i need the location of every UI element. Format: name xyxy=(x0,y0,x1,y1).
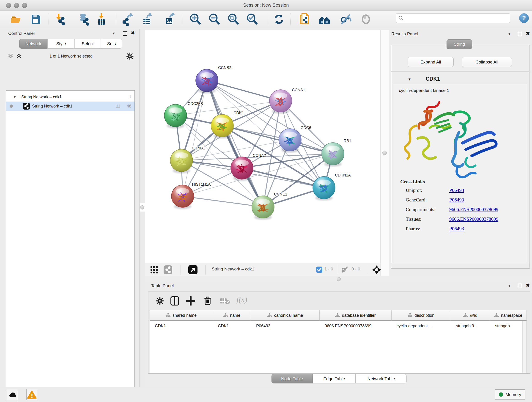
import-table-file-icon[interactable] xyxy=(95,13,108,26)
show-columns-icon[interactable] xyxy=(171,296,179,306)
tab-edge-table[interactable]: Edge Table xyxy=(313,374,355,383)
network-icon-gray[interactable] xyxy=(164,265,172,274)
network-node-RB1[interactable] xyxy=(322,143,344,167)
column-header-databaseidentifier[interactable]: database identifier xyxy=(320,310,392,321)
hidden-eye-icon[interactable] xyxy=(341,266,349,273)
hide-nodes-icon[interactable] xyxy=(340,13,352,26)
zoom-in-icon[interactable] xyxy=(189,13,202,26)
network-node-HIST1H1A[interactable] xyxy=(171,185,194,209)
save-session-icon[interactable] xyxy=(29,13,42,26)
expand-all-button[interactable]: Expand All xyxy=(408,57,454,67)
crosslink-link[interactable]: 9606.ENSP00000378699 xyxy=(449,207,498,212)
manage-apps-icon[interactable] xyxy=(298,13,311,26)
selected-checkbox-icon[interactable] xyxy=(316,267,322,273)
table-cell[interactable]: P06493 xyxy=(251,321,320,331)
cloud-button[interactable] xyxy=(7,389,18,400)
export-network-icon[interactable] xyxy=(122,13,134,26)
column-header-namespace[interactable]: namespace xyxy=(490,310,527,321)
import-network-database-icon[interactable] xyxy=(78,13,91,26)
refresh-view-icon[interactable] xyxy=(272,13,285,26)
crosslink-link[interactable]: 9606.ENSP00000378699 xyxy=(449,216,498,222)
network-node-CCNA2[interactable] xyxy=(231,157,253,181)
toolbar-divider xyxy=(268,13,268,26)
panel-float-icon[interactable] xyxy=(518,284,522,288)
gene-card-expander-icon[interactable]: ▼ xyxy=(408,77,411,81)
import-network-file-icon[interactable] xyxy=(54,13,67,26)
tab-sets[interactable]: Sets xyxy=(101,39,122,49)
network-node-CCNE1[interactable] xyxy=(252,196,274,220)
grid-view-icon[interactable] xyxy=(150,266,158,274)
table-cell[interactable]: stringdb xyxy=(490,321,527,331)
crosslink-link[interactable]: P06493 xyxy=(449,226,464,232)
vertical-scrollbar-track[interactable] xyxy=(522,321,526,373)
network-view-toolbar: String Network – cdk1 1 - 0 0 - 0 xyxy=(145,263,380,276)
left-splitter[interactable] xyxy=(139,29,145,387)
status-bar: Memory xyxy=(0,387,532,402)
table-cell[interactable]: CDK1 xyxy=(213,321,251,331)
panel-float-icon[interactable] xyxy=(123,32,127,36)
network-options-gear-icon[interactable] xyxy=(126,52,134,60)
panel-close-icon[interactable]: ✖ xyxy=(526,283,530,288)
network-node-CCNA1[interactable] xyxy=(269,89,292,114)
panel-menu-icon[interactable]: ▼ xyxy=(508,32,511,36)
network-graph[interactable]: CCNB2CCNA1CDC25BCDK1CDC6RB1CCNB1CCNA2CDK… xyxy=(145,30,380,263)
column-header-sharedname[interactable]: shared name xyxy=(150,310,213,321)
panel-close-icon[interactable]: ✖ xyxy=(131,30,135,36)
zoom-fit-icon[interactable] xyxy=(227,13,240,26)
panel-menu-icon[interactable]: ▼ xyxy=(112,32,115,35)
panel-menu-icon[interactable]: ▼ xyxy=(508,284,511,288)
panel-close-icon[interactable]: ✖ xyxy=(526,31,530,36)
delete-column-icon[interactable] xyxy=(203,296,212,306)
zoom-selected-icon[interactable] xyxy=(246,13,259,26)
network-collection-row[interactable]: ▼ String Network – cdk1 1 xyxy=(6,92,134,102)
warnings-button[interactable] xyxy=(26,389,37,400)
memory-button[interactable]: Memory xyxy=(495,389,525,400)
expand-all-networks-icon[interactable] xyxy=(16,53,22,59)
table-cell[interactable]: cyclin-dependent ... xyxy=(392,321,451,331)
crosslink-link[interactable]: P06493 xyxy=(449,197,464,203)
crosslink-link[interactable]: P06493 xyxy=(449,187,464,193)
network-row[interactable]: String Network – cdk1 11 48 xyxy=(6,102,134,111)
collapse-all-button[interactable]: Collapse All xyxy=(462,57,512,67)
table-row[interactable]: CDK1CDK1P064939606.ENSP00000378699cyclin… xyxy=(150,321,526,331)
column-header-description[interactable]: description xyxy=(392,310,451,321)
search-input[interactable] xyxy=(406,14,510,22)
tab-style[interactable]: Style xyxy=(47,39,75,49)
zoom-out-icon[interactable] xyxy=(208,13,221,26)
table-settings-gear-icon[interactable] xyxy=(156,297,164,305)
network-node-CCNB2[interactable] xyxy=(196,69,218,93)
collapse-all-networks-icon[interactable] xyxy=(7,53,14,59)
tab-network-table[interactable]: Network Table xyxy=(355,374,407,383)
tab-string[interactable]: String xyxy=(447,39,472,49)
network-node-CDC25B[interactable] xyxy=(164,104,187,128)
network-node-CCNB1[interactable] xyxy=(170,149,193,173)
tab-node-table[interactable]: Node Table xyxy=(272,374,313,383)
column-header-name[interactable]: name xyxy=(213,310,251,321)
column-header-canonicalname[interactable]: canonical name xyxy=(251,310,320,321)
delete-table-icon[interactable] xyxy=(220,298,230,305)
right-splitter[interactable] xyxy=(380,30,389,282)
table-cell[interactable]: 9606.ENSP00000378699 xyxy=(320,321,392,331)
tab-network[interactable]: Network xyxy=(19,39,47,49)
export-image-icon[interactable] xyxy=(163,13,176,26)
table-cell[interactable]: stringdb:9... xyxy=(451,321,490,331)
open-session-icon[interactable] xyxy=(10,13,23,26)
add-column-icon[interactable] xyxy=(186,296,195,306)
network-node-CDKN1A[interactable] xyxy=(313,177,335,201)
tab-select[interactable]: Select xyxy=(75,39,101,49)
column-header-id[interactable]: @id xyxy=(451,310,490,321)
column-tree-icon xyxy=(494,313,499,317)
function-builder-icon[interactable]: f(x) xyxy=(236,295,247,304)
help-button[interactable]: ? xyxy=(519,13,529,23)
network-node-CDC6[interactable] xyxy=(279,128,301,153)
panel-float-icon[interactable] xyxy=(518,32,522,36)
network-node-CDK1[interactable] xyxy=(211,114,234,138)
table-cell[interactable]: CDK1 xyxy=(150,321,213,331)
string-home-icon[interactable] xyxy=(318,13,331,26)
fit-selected-crosshair-icon[interactable] xyxy=(372,265,381,274)
export-table-icon[interactable] xyxy=(141,13,153,26)
highlight-icon[interactable] xyxy=(360,13,372,26)
birdseye-view-icon[interactable] xyxy=(188,265,197,274)
crosslink-row: Uniprot:P06493 xyxy=(406,187,525,193)
tree-expander-icon[interactable]: ▼ xyxy=(13,95,16,99)
